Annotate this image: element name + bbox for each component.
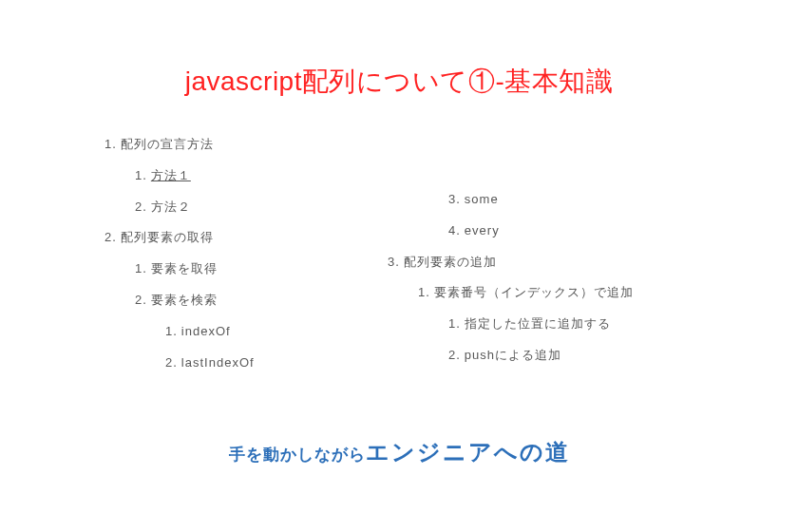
toc-item: 3.some [448, 190, 711, 210]
toc-item-number: 2. [104, 230, 117, 244]
toc-column-left: 1.配列の宣言方法1.方法１2.方法２2.配列要素の取得1.要素を取得2.要素を… [104, 135, 390, 384]
toc-item-text: 指定した位置に追加する [465, 316, 611, 331]
toc-column-right: 3.some4.every3.配列要素の追加1.要素番号（インデックス）で追加1… [388, 190, 711, 377]
toc-item-number: 2. [165, 355, 178, 370]
toc-item: 1.方法１ [135, 166, 390, 186]
toc-item-number: 2. [135, 200, 147, 214]
toc-item: 2.lastIndexOf [165, 353, 390, 373]
footer-tagline: 手を動かしながらエンジニアへの道 [0, 437, 798, 467]
toc-item-number: 3. [388, 255, 400, 269]
toc-item-number: 4. [448, 223, 461, 238]
toc-item: 2.pushによる追加 [448, 346, 711, 366]
toc-item-text: 要素番号（インデックス）で追加 [434, 285, 634, 299]
toc-item-text: 要素を検索 [151, 293, 218, 307]
toc-item: 1.指定した位置に追加する [448, 314, 711, 334]
toc-item-number: 1. [135, 261, 147, 276]
toc-item: 1.要素を取得 [135, 259, 390, 279]
toc-item-text: indexOf [181, 324, 231, 338]
toc-item-number: 1. [448, 316, 461, 331]
toc-item-number: 1. [104, 137, 117, 151]
toc-item: 2.要素を検索 [135, 291, 390, 311]
toc-item-text: every [465, 223, 500, 238]
toc-item-number: 1. [135, 168, 147, 182]
toc-item-text: some [465, 192, 499, 206]
footer-big: エンジニアへの道 [366, 439, 570, 465]
footer-small: 手を動かしながら [229, 446, 366, 464]
toc-item-number: 2. [135, 293, 147, 307]
document-page: javascript配列について①-基本知識 1.配列の宣言方法1.方法１2.方… [0, 0, 798, 532]
toc-item-text: 配列の宣言方法 [121, 137, 214, 151]
toc-item-number: 1. [418, 285, 430, 299]
toc-item: 2.方法２ [135, 198, 390, 218]
toc-item: 3.配列要素の追加 [388, 253, 711, 273]
toc-item-text: 要素を取得 [151, 261, 218, 276]
toc-item-text: pushによる追加 [465, 348, 561, 362]
toc-item-number: 2. [448, 348, 461, 362]
toc-item: 2.配列要素の取得 [104, 228, 390, 248]
toc-item-text: 方法２ [151, 200, 191, 214]
toc-item-text: 配列要素の追加 [404, 255, 497, 269]
toc-item-number: 1. [165, 324, 178, 338]
toc-item: 1.配列の宣言方法 [104, 135, 390, 155]
page-title: javascript配列について①-基本知識 [0, 64, 798, 100]
toc-item-text: lastIndexOf [181, 355, 255, 370]
toc-link[interactable]: 方法１ [151, 168, 191, 182]
toc-item: 1.indexOf [165, 322, 390, 342]
toc-item-number: 3. [448, 192, 461, 206]
toc-item-text: 配列要素の取得 [121, 230, 214, 244]
toc-item: 4.every [448, 221, 711, 241]
toc-item: 1.要素番号（インデックス）で追加 [418, 283, 711, 303]
